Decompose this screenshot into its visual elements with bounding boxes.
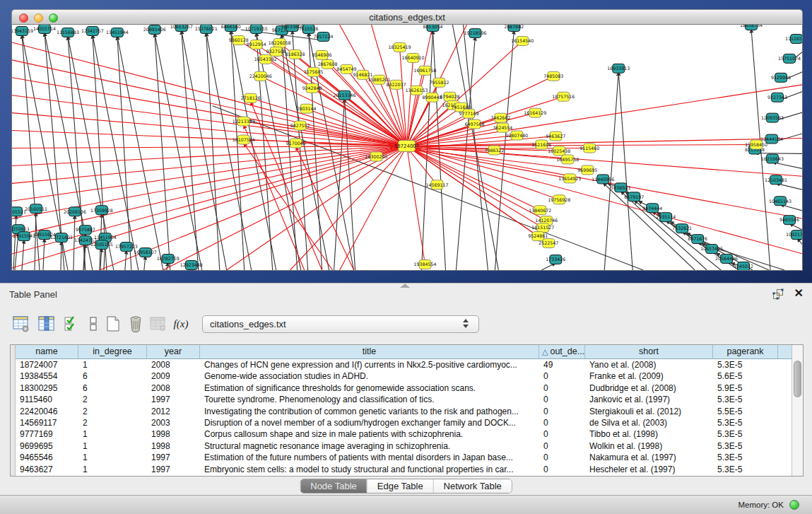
column-header-year[interactable]: year (147, 345, 200, 358)
graph-edge[interactable] (797, 238, 802, 248)
graph-edge[interactable] (125, 250, 126, 270)
table-row[interactable]: 946554611997Estimation of the future num… (16, 452, 792, 463)
graph-edge[interactable] (456, 37, 475, 270)
table-cell[interactable]: 1998 (147, 440, 200, 452)
table-cell[interactable]: 22420046 (16, 406, 78, 417)
graph-edge[interactable] (407, 146, 425, 265)
graph-edge[interactable] (618, 72, 632, 270)
scrollbar-thumb[interactable] (794, 361, 801, 397)
function-builder-icon[interactable]: f(x) (171, 313, 191, 334)
graph-edge[interactable] (407, 90, 417, 146)
new-table-icon[interactable] (103, 313, 123, 334)
float-panel-icon[interactable] (772, 288, 784, 300)
graph-edge[interactable] (43, 238, 45, 270)
table-cell[interactable]: 49 (539, 359, 585, 370)
table-cell[interactable]: Corpus callosum shape and size in male p… (200, 428, 539, 440)
graph-edge[interactable] (12, 146, 407, 237)
panel-resize-handle[interactable] (400, 284, 410, 288)
table-row[interactable]: 2242004622012Investigating the contribut… (16, 406, 792, 417)
table-cell[interactable]: 0 (539, 417, 585, 428)
table-cell[interactable]: 5.3E-5 (713, 417, 778, 428)
table-selector-dropdown[interactable]: citations_edges.txt (202, 315, 479, 333)
table-cell[interactable]: Estimation of the future numbers of pati… (200, 452, 539, 463)
column-header-name[interactable]: name (16, 345, 78, 358)
table-cell[interactable]: Genome-wide association studies in ADHD. (200, 370, 539, 382)
table-cell[interactable]: Investigating the contribution of common… (200, 406, 539, 417)
citation-graph[interactable]: 1394315914055714111568831234275711451944… (12, 25, 802, 270)
table-cell[interactable]: 1997 (147, 394, 200, 405)
table-cell[interactable]: Franke et al. (2009) (585, 370, 713, 382)
table-cell[interactable]: 1997 (147, 464, 200, 475)
table-cell[interactable]: Structural magnetic resonance image aver… (200, 440, 539, 452)
table-cell[interactable]: 2012 (147, 406, 200, 417)
select-rows-check-icon[interactable] (62, 313, 82, 334)
table-cell[interactable]: 0 (539, 406, 585, 417)
table-row[interactable]: 911546021997Tourette syndrome. Phenomeno… (16, 394, 792, 405)
delete-table-disabled-icon[interactable] (148, 313, 168, 334)
graph-edge[interactable] (163, 146, 407, 270)
table-cell[interactable]: 0 (539, 464, 585, 475)
column-header-out_de[interactable]: △out_de... (539, 345, 585, 358)
table-cell[interactable]: 6 (78, 370, 147, 382)
table-cell[interactable]: Tibbo et al. (1998) (585, 428, 713, 440)
graph-edge[interactable] (620, 191, 707, 270)
table-cell[interactable]: Tourette syndrome. Phenomenology and cla… (200, 394, 539, 405)
table-cell[interactable]: 1 (78, 359, 147, 370)
select-column-icon[interactable] (37, 313, 57, 334)
table-row[interactable]: 969969511998Structural magnetic resonanc… (16, 440, 792, 452)
table-cell[interactable]: 2008 (147, 382, 200, 394)
table-cell[interactable]: Changes of HCN gene expression and I(f) … (200, 359, 539, 370)
merge-rows-icon[interactable] (83, 313, 103, 334)
table-cell[interactable]: 0 (539, 370, 585, 382)
graph-edge[interactable] (155, 33, 202, 270)
table-cell[interactable]: Wolkin et al. (1998) (585, 440, 713, 452)
tab-edge-table[interactable]: Edge Table (367, 479, 434, 493)
table-cell[interactable]: 5.3E-5 (713, 452, 778, 463)
graph-edge[interactable] (340, 146, 407, 270)
network-canvas[interactable]: 1394315914055714111568831234275711451944… (11, 25, 803, 271)
table-cell[interactable]: 5.3E-5 (713, 428, 778, 440)
table-cell[interactable]: Embryonic stem cells: a model to study s… (200, 464, 539, 475)
column-header-title[interactable]: title (200, 345, 539, 358)
table-cell[interactable]: 5.6E-5 (713, 370, 778, 382)
column-header-short[interactable]: short (585, 345, 713, 358)
table-cell[interactable]: 2009 (147, 370, 200, 382)
column-header-pagerank[interactable]: pagerank (713, 345, 778, 358)
graph-edge[interactable] (755, 153, 802, 153)
table-cell[interactable]: 1998 (147, 428, 200, 440)
table-cell[interactable]: Estimation of significance thresholds fo… (200, 382, 539, 394)
tab-node-table[interactable]: Node Table (300, 479, 367, 493)
table-cell[interactable]: 18724007 (16, 359, 78, 370)
table-cell[interactable]: 9699695 (16, 440, 78, 452)
table-row[interactable]: 1938455462009Genome-wide association stu… (16, 370, 792, 382)
table-cell[interactable]: 19384554 (16, 370, 78, 382)
table-cell[interactable]: 5.3E-5 (713, 464, 778, 475)
table-cell[interactable]: 2008 (147, 359, 200, 370)
graph-edge[interactable] (155, 33, 170, 270)
table-cell[interactable]: 5.3E-5 (713, 440, 778, 452)
graph-edge[interactable] (604, 72, 618, 270)
graph-edge[interactable] (257, 33, 273, 270)
table-cell[interactable]: Yano et al. (2008) (585, 359, 713, 370)
table-cell[interactable]: 0 (539, 394, 585, 405)
table-cell[interactable]: 6 (78, 382, 147, 394)
table-cell[interactable]: 0 (539, 382, 585, 394)
table-row[interactable]: 977716911998Corpus callosum shape and si… (16, 428, 792, 440)
table-cell[interactable]: 2003 (147, 417, 200, 428)
table-cell[interactable]: Dudbridge et al. (2008) (585, 382, 713, 394)
table-cell[interactable]: 2 (78, 406, 147, 417)
table-cell[interactable]: Disruption of a novel member of a sodium… (200, 417, 539, 428)
delete-trash-icon[interactable] (126, 313, 146, 334)
table-cell[interactable]: 5.3E-5 (713, 394, 778, 405)
table-settings-icon[interactable] (11, 313, 31, 334)
graph-edge[interactable] (61, 241, 61, 270)
table-cell[interactable]: 5.3E-5 (713, 359, 778, 370)
table-cell[interactable]: 9115460 (16, 394, 78, 405)
table-cell[interactable]: 1 (78, 452, 147, 463)
table-cell[interactable]: 2 (78, 417, 147, 428)
table-cell[interactable]: 1 (78, 440, 147, 452)
graph-edge[interactable] (433, 30, 445, 270)
table-cell[interactable]: Stergiakouli et al. (2012) (585, 406, 713, 417)
table-cell[interactable]: 18300295 (16, 382, 78, 394)
close-panel-icon[interactable]: ✕ (794, 287, 804, 300)
